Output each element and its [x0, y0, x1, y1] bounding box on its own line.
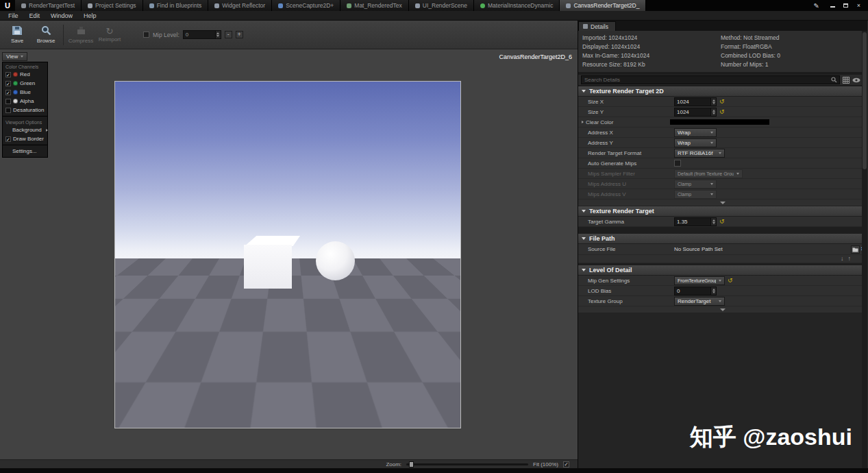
auto-generate-mips-checkbox[interactable]	[674, 160, 681, 167]
green-checkbox[interactable]: ✓	[5, 81, 11, 86]
close-button[interactable]: ×	[854, 2, 864, 10]
search-details-box[interactable]	[581, 75, 840, 84]
lod-bias-value[interactable]: 0	[675, 287, 710, 295]
target-gamma-value[interactable]: 1.35	[675, 218, 710, 226]
section-level-of-detail[interactable]: Level Of Detail	[578, 265, 867, 276]
window-tab-find-in-blueprints[interactable]: Find in Blueprints	[143, 0, 209, 11]
render-target-preview-image[interactable]	[114, 81, 461, 428]
size-y-value[interactable]: 1024	[675, 108, 710, 116]
save-button[interactable]: Save	[3, 22, 32, 48]
spinner-arrows-icon[interactable]	[215, 31, 221, 38]
size-y-spinner[interactable]: 1024	[674, 108, 717, 117]
texture-preview-viewport[interactable]: View Color Channels ✓ Red ✓ Green	[0, 49, 578, 468]
menu-item-draw-border[interactable]: ✓ Draw Border	[3, 134, 47, 143]
blue-channel-icon	[13, 90, 18, 95]
browse-file-button[interactable]	[851, 245, 860, 254]
menu-item-background[interactable]: Background	[3, 125, 47, 134]
save-icon	[12, 25, 23, 37]
menu-file[interactable]: File	[3, 12, 23, 19]
mip-gen-settings-dropdown[interactable]: FromTextureGroup	[674, 276, 725, 285]
advanced-expander[interactable]	[578, 306, 867, 313]
section-texture-render-target[interactable]: Texture Render Target	[578, 206, 867, 217]
lod-bias-spinner[interactable]: 0	[674, 287, 717, 295]
section-texture-render-target-2d[interactable]: Texture Render Target 2D	[578, 86, 867, 97]
alpha-checkbox[interactable]	[5, 99, 11, 104]
window-tab-rendertargettest[interactable]: RenderTargetTest	[15, 0, 82, 11]
tab-label: Mat_RenderedTex	[354, 2, 401, 9]
menu-item-green-channel[interactable]: ✓ Green	[3, 79, 47, 88]
info-max-ingame: Max In-Game: 1024x1024	[582, 51, 721, 60]
dropdown-arrow-icon	[710, 193, 713, 195]
export-down-icon[interactable]: ↓	[841, 256, 844, 262]
texture-group-dropdown[interactable]: RenderTarget	[674, 297, 725, 306]
spinner-arrows-icon[interactable]	[710, 287, 716, 295]
details-tab[interactable]: Details	[578, 21, 616, 31]
render-target-format-dropdown[interactable]: RTF RGBA16f	[674, 149, 725, 158]
window-tab-mat-renderedtex[interactable]: Mat_RenderedTex	[340, 0, 408, 11]
window-tab-widget-reflector[interactable]: Widget Reflector	[208, 0, 272, 11]
reset-to-default-icon[interactable]: ↺	[719, 109, 725, 115]
spinner-arrows-icon[interactable]	[710, 108, 716, 116]
menu-item-settings[interactable]: Settings...	[3, 147, 47, 156]
menu-item-blue-channel[interactable]: ✓ Blue	[3, 88, 47, 97]
mips-address-u-dropdown[interactable]: Clamp	[674, 180, 717, 189]
import-up-icon[interactable]: ↑	[848, 256, 852, 262]
window-tab-canvasrendertarget2d[interactable]: CanvasRenderTarget2D_	[560, 0, 646, 11]
details-scrollbar[interactable]	[862, 31, 867, 468]
address-x-dropdown[interactable]: Wrap	[674, 128, 717, 137]
draw-border-checkbox[interactable]: ✓	[5, 136, 11, 142]
mip-level-increase-button[interactable]: +	[236, 31, 243, 38]
clear-color-label: Clear Color	[586, 119, 670, 125]
restore-button[interactable]	[841, 2, 851, 10]
mip-level-spinner[interactable]: 0	[183, 30, 221, 39]
save-label: Save	[11, 38, 23, 44]
target-gamma-spinner[interactable]: 1.35	[674, 217, 717, 226]
menu-help[interactable]: Help	[79, 12, 101, 19]
menu-item-alpha-channel[interactable]: Alpha	[3, 97, 47, 106]
mips-address-v-dropdown[interactable]: Clamp	[674, 190, 717, 199]
scrollbar-thumb[interactable]	[863, 32, 867, 169]
menu-edit[interactable]: Edit	[25, 12, 45, 19]
red-checkbox[interactable]: ✓	[5, 72, 11, 77]
size-x-value[interactable]: 1024	[675, 98, 710, 106]
fit-checkbox[interactable]: ✓	[563, 461, 569, 468]
desaturation-checkbox[interactable]	[5, 108, 11, 113]
mip-level-decrease-button[interactable]: -	[225, 31, 232, 38]
minimize-button[interactable]	[828, 2, 838, 10]
menu-item-red-channel[interactable]: ✓ Red	[3, 70, 47, 79]
zoom-slider-handle[interactable]	[409, 461, 414, 468]
section-title: File Path	[589, 235, 615, 242]
expand-advanced-icon	[720, 308, 726, 311]
reimport-button[interactable]: ↻ Reimport	[95, 22, 124, 48]
address-y-dropdown[interactable]: Wrap	[674, 138, 717, 147]
reset-to-default-icon[interactable]: ↺	[719, 219, 725, 225]
property-matrix-icon[interactable]	[843, 74, 850, 86]
section-expanded-icon	[582, 269, 586, 271]
window-tab-ui-renderscene[interactable]: UI_RenderScene	[409, 0, 474, 11]
blue-checkbox[interactable]: ✓	[5, 90, 11, 95]
section-file-path[interactable]: File Path	[578, 234, 867, 244]
expand-struct-icon[interactable]	[582, 121, 584, 123]
view-menu-button[interactable]: View	[2, 52, 27, 61]
background-label: Background	[12, 127, 42, 133]
mip-level-checkbox[interactable]	[143, 32, 149, 38]
size-x-spinner[interactable]: 1024	[674, 97, 717, 106]
spinner-arrows-icon[interactable]	[710, 218, 716, 226]
window-tab-project-settings[interactable]: Project Settings	[82, 0, 143, 11]
zoom-slider[interactable]	[406, 463, 528, 465]
compress-button[interactable]: Compress	[66, 22, 95, 48]
reset-to-default-icon[interactable]: ↺	[728, 278, 733, 284]
mips-sampler-filter-dropdown[interactable]: Default (from Texture Group)	[674, 169, 743, 178]
feather-icon[interactable]: ✎	[810, 0, 823, 11]
search-details-input[interactable]	[582, 77, 831, 83]
reset-to-default-icon[interactable]: ↺	[719, 99, 725, 105]
advanced-expander[interactable]	[578, 199, 867, 206]
window-tab-materialinstancedynamic[interactable]: MaterialInstanceDynamic	[474, 0, 560, 11]
browse-button[interactable]: Browse	[32, 22, 60, 48]
mip-level-value[interactable]: 0	[184, 31, 215, 38]
window-tab-scenecapture2d[interactable]: SceneCapture2D+	[272, 0, 340, 11]
clear-color-swatch[interactable]	[670, 119, 769, 125]
spinner-arrows-icon[interactable]	[710, 98, 716, 106]
menu-item-desaturation[interactable]: Desaturation	[3, 106, 47, 114]
menu-window[interactable]: Window	[46, 12, 77, 19]
